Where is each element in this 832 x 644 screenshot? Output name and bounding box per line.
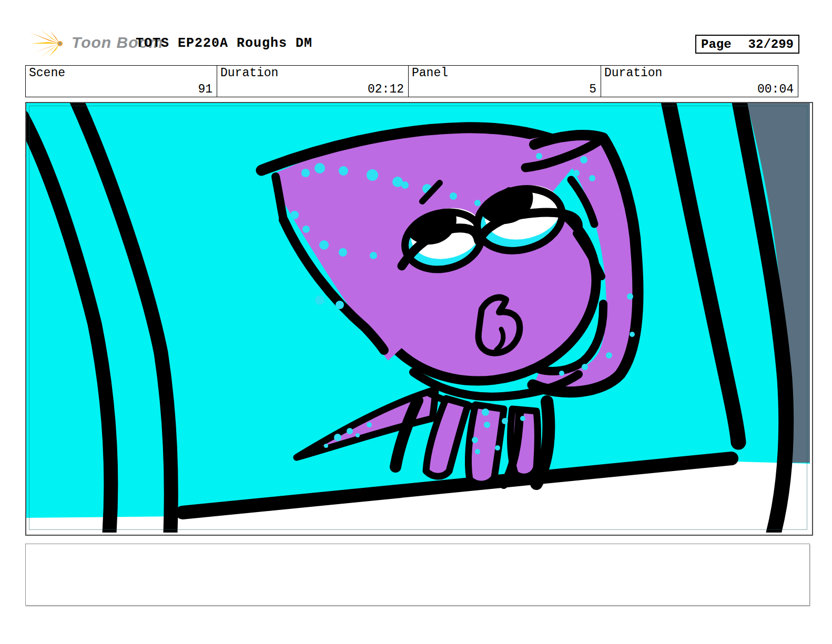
page-label: Page xyxy=(701,37,732,52)
info-cell-panel: Panel 5 xyxy=(409,66,601,97)
page-indicator: Page 32/299 xyxy=(695,35,799,54)
info-label: Panel xyxy=(412,66,448,80)
info-label: Duration xyxy=(604,66,662,80)
info-value: 00:04 xyxy=(757,83,794,96)
page-number: 32/299 xyxy=(748,37,794,52)
info-cell-scene: Scene 91 xyxy=(26,66,217,97)
storyboard-drawing xyxy=(26,103,810,533)
document-title: TOTS EP220A Roughs DM xyxy=(136,36,312,51)
info-value: 02:12 xyxy=(368,83,404,96)
info-value: 91 xyxy=(198,83,212,96)
info-value: 5 xyxy=(589,83,596,96)
info-label: Scene xyxy=(29,66,65,80)
storyboard-panel xyxy=(25,102,813,536)
toonboom-logo-icon xyxy=(29,29,70,58)
info-cell-panel-duration: Duration 00:04 xyxy=(601,66,798,97)
info-cell-scene-duration: Duration 02:12 xyxy=(217,66,409,97)
info-label: Duration xyxy=(220,66,278,80)
caption-box[interactable] xyxy=(25,544,810,606)
panel-info-table: Scene 91 Duration 02:12 Panel 5 Duration… xyxy=(25,65,798,97)
